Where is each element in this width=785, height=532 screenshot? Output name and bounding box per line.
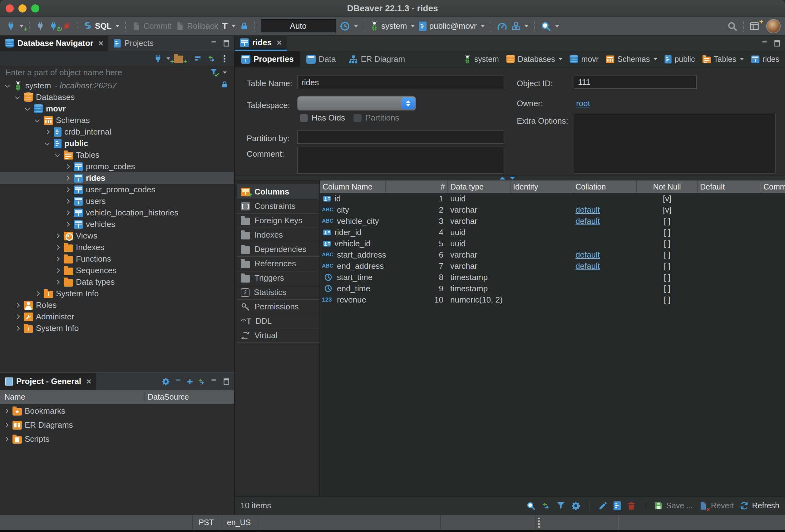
grid-row-end-address[interactable]: ABCend_address7varchardefault[ ]: [320, 260, 785, 272]
grid-row-start-time[interactable]: start_time8timestamp[ ]: [320, 272, 785, 283]
value-search-icon[interactable]: [526, 501, 535, 510]
save-button[interactable]: Save ...: [666, 501, 693, 510]
minimize-panel-icon[interactable]: [210, 377, 218, 386]
locale-status[interactable]: en_US: [220, 515, 258, 530]
chevron-right-icon[interactable]: [65, 164, 70, 169]
dashboard-button[interactable]: [495, 21, 509, 31]
data-search-button[interactable]: [539, 21, 561, 31]
grid-row-start-address[interactable]: ABCstart_address6varchardefault[ ]: [320, 249, 785, 260]
chevron-right-icon[interactable]: [4, 423, 9, 428]
save-floppy-icon[interactable]: [654, 501, 663, 510]
commit-mode-selector[interactable]: Auto: [261, 19, 336, 33]
partition-by-input[interactable]: [297, 130, 504, 144]
tree-item-schemas[interactable]: Schemas: [0, 115, 234, 126]
tree-item-system-info[interactable]: iSystem Info: [0, 323, 234, 334]
grid-column-header-data-type[interactable]: Data type: [448, 180, 510, 193]
tree-item-administer[interactable]: Administer: [0, 311, 234, 323]
grid-column-header-[interactable]: #: [386, 180, 448, 193]
close-icon[interactable]: ×: [277, 39, 282, 47]
form-grid-splitter[interactable]: [235, 175, 785, 180]
tree-item-databases[interactable]: Databases: [0, 92, 234, 103]
maximize-panel-icon[interactable]: [773, 39, 781, 47]
edit-pencil-icon[interactable]: [598, 501, 608, 510]
chevron-down-icon[interactable]: [55, 152, 60, 157]
refresh-button[interactable]: Refresh: [752, 501, 779, 510]
tree-item-sequences[interactable]: Sequences: [0, 265, 234, 276]
side-tab-virtual[interactable]: Virtual: [237, 328, 320, 343]
breadcrumb-item-schemas[interactable]: Schemas: [603, 54, 660, 65]
connect-button[interactable]: [34, 22, 47, 31]
grid-column-header-default[interactable]: Default: [698, 180, 761, 193]
tree-item-vehicle-location-histories[interactable]: vehicle_location_histories: [0, 207, 234, 219]
transaction-mode-button[interactable]: [237, 22, 251, 31]
tasks-button[interactable]: [509, 22, 531, 31]
query-history-button[interactable]: [337, 21, 360, 31]
tree-item-user-promo-codes[interactable]: user_promo_codes: [0, 184, 234, 196]
tree-item-vehicles[interactable]: vehicles: [0, 219, 234, 230]
tab-project-general[interactable]: Project - General ×: [0, 373, 96, 390]
minimize-button[interactable]: [19, 4, 27, 12]
editor-tab-rides[interactable]: rides ×: [235, 35, 287, 51]
owner-root-link[interactable]: root: [576, 99, 590, 108]
chevron-right-icon[interactable]: [55, 280, 60, 285]
grid-row-rider-id[interactable]: rider_id4uuid[ ]: [320, 227, 785, 238]
zoom-button[interactable]: [31, 4, 39, 12]
settings-gear-icon[interactable]: [162, 377, 170, 386]
global-search-button[interactable]: [725, 21, 739, 31]
grid-column-header-not-null[interactable]: Not Null: [637, 180, 698, 193]
close-icon[interactable]: ×: [98, 39, 103, 48]
collapse-up-icon[interactable]: [500, 177, 505, 179]
chevron-right-icon[interactable]: [65, 210, 70, 216]
side-tab-foreign-keys[interactable]: Foreign Keys: [237, 213, 320, 228]
new-sql-editor-button[interactable]: SQL: [81, 21, 122, 31]
user-avatar[interactable]: [766, 19, 781, 33]
maximize-panel-icon[interactable]: [222, 39, 230, 47]
side-tab-references[interactable]: References: [237, 256, 320, 271]
chevron-down-icon[interactable]: [35, 118, 40, 122]
tree-item-promo-codes[interactable]: promo_codes: [0, 161, 234, 172]
breadcrumb-item-databases[interactable]: Databases: [503, 54, 565, 65]
subtab-data[interactable]: Data: [300, 51, 342, 67]
chevron-right-icon[interactable]: [15, 326, 20, 331]
open-view-button[interactable]: +: [748, 21, 762, 31]
tree-item-users[interactable]: users: [0, 196, 234, 207]
chevron-right-icon[interactable]: [45, 130, 50, 134]
tree-item-crdb-internal[interactable]: crdb_internal: [0, 126, 234, 138]
transaction-log-button[interactable]: T: [220, 22, 237, 31]
tree-item-roles[interactable]: Roles: [0, 299, 234, 311]
view-menu-button[interactable]: [218, 54, 231, 64]
filter-funnel-icon[interactable]: [556, 501, 565, 510]
chevron-right-icon[interactable]: [55, 257, 60, 262]
tree-item-rides[interactable]: rides: [0, 172, 234, 184]
tree-item-functions[interactable]: Functions: [0, 253, 234, 265]
chevron-right-icon[interactable]: [4, 437, 9, 442]
chevron-right-icon[interactable]: [65, 187, 70, 192]
close-icon[interactable]: ×: [86, 377, 91, 386]
chevron-right-icon[interactable]: [55, 233, 60, 238]
new-connection-button[interactable]: +: [4, 22, 26, 31]
project-item-scripts[interactable]: Scripts: [0, 432, 234, 446]
active-connection-selector[interactable]: system: [368, 21, 417, 31]
link-arrows-icon[interactable]: [197, 377, 205, 386]
extra-options-textarea[interactable]: [574, 113, 776, 174]
grid-row-vehicle-city[interactable]: ABCvehicle_city3varchardefault[ ]: [320, 216, 785, 227]
tree-item-system[interactable]: system- localhost:26257: [0, 80, 234, 92]
tree-item-indexes[interactable]: Indexes: [0, 242, 234, 253]
drag-handle-icon[interactable]: [538, 517, 540, 528]
tree-item-public[interactable]: public: [0, 138, 234, 149]
tablespace-select[interactable]: [297, 96, 416, 110]
tree-item-views[interactable]: Views: [0, 230, 234, 242]
chevron-right-icon[interactable]: [15, 314, 20, 320]
layout-refresh-icon[interactable]: [541, 501, 551, 510]
partitions-checkbox[interactable]: Partitions: [353, 113, 399, 123]
breadcrumb-item-movr[interactable]: movr: [567, 54, 601, 65]
view-columns-icon[interactable]: [613, 501, 621, 510]
project-item-er-diagrams[interactable]: ER Diagrams: [0, 418, 234, 432]
chevron-right-icon[interactable]: [4, 409, 9, 414]
revert-button[interactable]: Revert: [711, 501, 734, 510]
close-button[interactable]: [6, 4, 14, 12]
settings-gear-icon[interactable]: [571, 501, 581, 510]
comment-textarea[interactable]: [297, 147, 504, 174]
tree-item-tables[interactable]: Tables: [0, 149, 234, 161]
subtab-properties[interactable]: Properties: [235, 51, 300, 67]
